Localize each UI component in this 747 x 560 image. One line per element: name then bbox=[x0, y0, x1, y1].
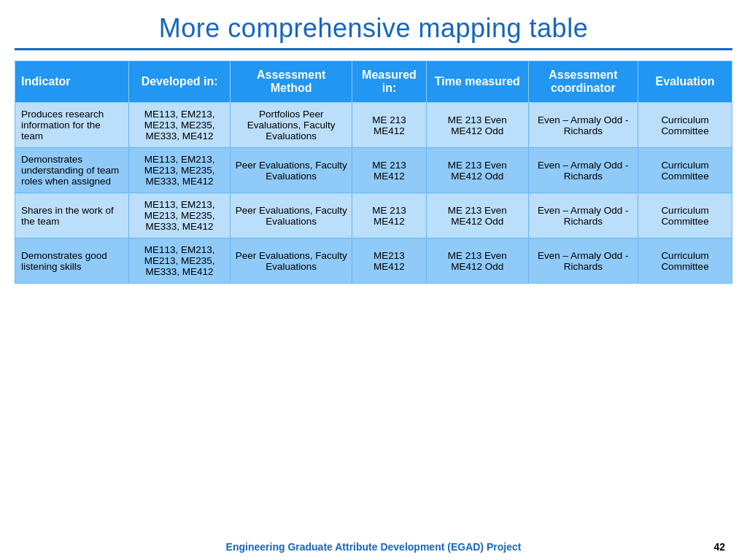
table-row: Produces research information for the te… bbox=[15, 103, 732, 148]
cell-measured-in: ME 213 ME412 bbox=[352, 148, 426, 193]
cell-coordinator: Even – Armaly Odd - Richards bbox=[528, 238, 638, 284]
cell-time: ME 213 Even ME412 Odd bbox=[426, 148, 528, 193]
col-header-indicator: Indicator bbox=[15, 61, 129, 103]
title-underline bbox=[15, 48, 732, 50]
cell-coordinator: Even – Armaly Odd - Richards bbox=[528, 193, 638, 238]
table-row: Demonstrates understanding of team roles… bbox=[15, 148, 732, 193]
header-row: Indicator Developed in: Assessment Metho… bbox=[15, 61, 732, 103]
cell-evaluation: Curriculum Committee bbox=[638, 193, 732, 238]
cell-developed: ME113, EM213, ME213, ME235, ME333, ME412 bbox=[128, 103, 231, 148]
cell-method: Peer Evaluations, Faculty Evaluations bbox=[231, 238, 352, 284]
mapping-table: Indicator Developed in: Assessment Metho… bbox=[15, 61, 732, 284]
cell-time: ME 213 Even ME412 Odd bbox=[426, 193, 528, 238]
cell-method: Portfolios Peer Evaluations, Faculty Eva… bbox=[231, 103, 352, 148]
cell-time: ME 213 Even ME412 Odd bbox=[426, 238, 528, 284]
col-header-evaluation: Evaluation bbox=[638, 61, 732, 103]
footer-text: Engineering Graduate Attribute Developme… bbox=[226, 541, 522, 553]
cell-indicator: Produces research information for the te… bbox=[15, 103, 129, 148]
cell-indicator: Shares in the work of the team bbox=[15, 193, 129, 238]
cell-developed: ME113, EM213, ME213, ME235, ME333, ME412 bbox=[128, 238, 231, 284]
cell-time: ME 213 Even ME412 Odd bbox=[426, 103, 528, 148]
cell-evaluation: Curriculum Committee bbox=[638, 238, 732, 284]
cell-evaluation: Curriculum Committee bbox=[638, 103, 732, 148]
cell-coordinator: Even – Armaly Odd - Richards bbox=[528, 148, 638, 193]
col-header-time: Time measured bbox=[426, 61, 528, 103]
footer: Engineering Graduate Attribute Developme… bbox=[15, 541, 732, 553]
cell-developed: ME113, EM213, ME213, ME235, ME333, ME412 bbox=[128, 148, 231, 193]
col-header-method: Assessment Method bbox=[231, 61, 352, 103]
table-row: Shares in the work of the teamME113, EM2… bbox=[15, 193, 732, 238]
cell-indicator: Demonstrates good listening skills bbox=[15, 238, 129, 284]
cell-evaluation: Curriculum Committee bbox=[638, 148, 732, 193]
table-wrapper: Indicator Developed in: Assessment Metho… bbox=[15, 61, 732, 535]
cell-developed: ME113, EM213, ME213, ME235, ME333, ME412 bbox=[128, 193, 231, 238]
page-number: 42 bbox=[713, 541, 725, 553]
cell-method: Peer Evaluations, Faculty Evaluations bbox=[231, 193, 352, 238]
col-header-measured: Measured in: bbox=[352, 61, 426, 103]
table-row: Demonstrates good listening skillsME113,… bbox=[15, 238, 732, 284]
page: More comprehensive mapping table Indicat… bbox=[0, 0, 747, 560]
col-header-coordinator: Assessment coordinator bbox=[528, 61, 638, 103]
cell-measured-in: ME213 ME412 bbox=[352, 238, 426, 284]
cell-indicator: Demonstrates understanding of team roles… bbox=[15, 148, 129, 193]
page-title: More comprehensive mapping table bbox=[15, 13, 732, 44]
cell-method: Peer Evaluations, Faculty Evaluations bbox=[231, 148, 352, 193]
col-header-developed: Developed in: bbox=[128, 61, 231, 103]
cell-measured-in: ME 213 ME412 bbox=[352, 103, 426, 148]
cell-measured-in: ME 213 ME412 bbox=[352, 193, 426, 238]
cell-coordinator: Even – Armaly Odd - Richards bbox=[528, 103, 638, 148]
